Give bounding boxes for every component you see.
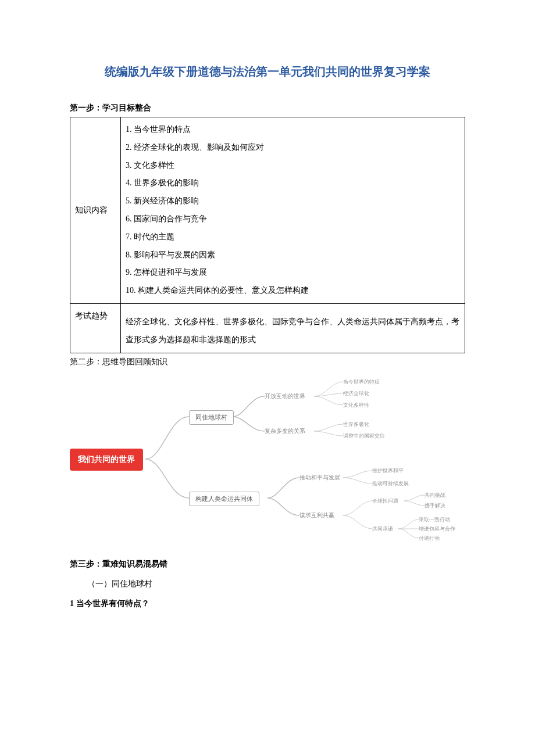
list-item: 7. 时代的主题 <box>126 228 460 246</box>
subsection-heading: （一）同住地球村 <box>87 579 465 589</box>
table-row: 知识内容 1. 当今世界的特点 2. 经济全球化的表现、影响及如何应对 3. 文… <box>70 117 465 304</box>
list-item: 3. 文化多样性 <box>126 157 460 175</box>
document-title: 统编版九年级下册道德与法治第一单元我们共同的世界复习学案 <box>70 64 465 80</box>
question-heading: 1 当今世界有何特点？ <box>70 599 465 609</box>
step2-label: 第二步：思维导图回顾知识 <box>70 357 465 367</box>
objectives-table: 知识内容 1. 当今世界的特点 2. 经济全球化的表现、影响及如何应对 3. 文… <box>70 117 465 353</box>
mindmap-leaf: 采取一致行动 <box>419 516 450 524</box>
mindmap-leaf: 调整中的国家交往 <box>343 432 385 440</box>
list-item: 5. 新兴经济体的影响 <box>126 192 460 210</box>
row-label-knowledge: 知识内容 <box>70 117 121 304</box>
list-item: 10. 构建人类命运共同体的必要性、意义及怎样构建 <box>126 282 460 300</box>
row-label-trend: 考试趋势 <box>70 303 121 353</box>
mindmap-leaf: 增进包容与合作 <box>419 525 455 533</box>
mindmap-node: 共同承诺 <box>372 525 393 533</box>
list-item: 6. 国家间的合作与竞争 <box>126 210 460 228</box>
knowledge-content-cell: 1. 当今世界的特点 2. 经济全球化的表现、影响及如何应对 3. 文化多样性 … <box>121 117 465 304</box>
mindmap-branch1: 同住地球村 <box>189 410 234 425</box>
mindmap-node: 开放互动的世界 <box>265 392 305 400</box>
mindmap-leaf: 世界多极化 <box>343 421 369 428</box>
mindmap-leaf: 文化多样性 <box>343 402 369 409</box>
table-row: 考试趋势 经济全球化、文化多样性、世界多极化、国际竞争与合作、人类命运共同体属于… <box>70 303 465 353</box>
mindmap-leaf: 当今世界的特征 <box>343 378 380 386</box>
mindmap-root: 我们共同的世界 <box>70 449 143 471</box>
mindmap-node: 复杂多变的关系 <box>265 427 305 435</box>
mindmap-leaf: 经济全球化 <box>343 390 369 397</box>
mindmap-diagram: 我们共同的世界 同住地球村 构建人类命运共同体 开放互动的世界 复杂多变的关系 … <box>70 373 465 547</box>
mindmap-leaf: 共同挑战 <box>425 492 445 499</box>
mindmap-node: 推动和平与发展 <box>299 474 340 482</box>
trend-content-cell: 经济全球化、文化多样性、世界多极化、国际竞争与合作、人类命运共同体属于高频考点，… <box>121 303 465 353</box>
step1-label: 第一步：学习目标整合 <box>70 103 465 113</box>
mindmap-leaf: 付诸行动 <box>419 535 440 542</box>
mindmap-branch2: 构建人类命运共同体 <box>189 492 259 506</box>
list-item: 2. 经济全球化的表现、影响及如何应对 <box>126 139 460 157</box>
mindmap-leaf: 推动可持续发展 <box>372 480 409 488</box>
mindmap-leaf: 携手解决 <box>425 502 445 510</box>
mindmap-node: 全球性问题 <box>372 497 398 505</box>
list-item: 8. 影响和平与发展的因素 <box>126 246 460 264</box>
list-item: 9. 怎样促进和平与发展 <box>126 264 460 282</box>
list-item: 1. 当今世界的特点 <box>126 121 460 139</box>
mindmap-leaf: 维护世界和平 <box>372 467 404 475</box>
step3-label: 第三步：重难知识易混易错 <box>70 559 465 569</box>
list-item: 4. 世界多极化的影响 <box>126 174 460 192</box>
mindmap-node: 谋求互利共赢 <box>299 511 334 519</box>
